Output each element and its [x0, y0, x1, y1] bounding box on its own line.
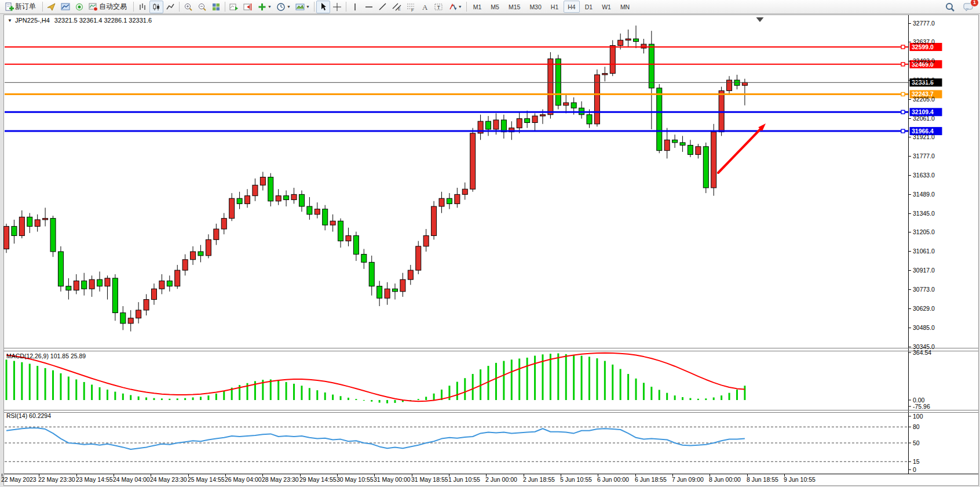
candle-body — [361, 255, 367, 263]
auto-scroll-button[interactable] — [227, 1, 241, 13]
timeframe-H1[interactable]: H1 — [547, 1, 562, 13]
candle-body — [229, 198, 235, 218]
candle-body — [587, 115, 592, 124]
chart-canvas[interactable]: 32599.032469.032243.732109.431966.432331… — [0, 0, 980, 487]
separator — [225, 2, 225, 12]
text-label-button[interactable]: T — [432, 1, 445, 13]
macd-histogram-bar — [721, 395, 722, 400]
macd-histogram-bar — [650, 387, 652, 400]
rsi-axis-label: 15 — [913, 458, 920, 465]
new-order-button[interactable]: 新订单 — [2, 1, 41, 13]
macd-histogram-bar — [588, 357, 590, 400]
price-tick-label: 32777.0 — [913, 20, 935, 27]
indicators-dropdown[interactable]: ▼ — [255, 1, 274, 13]
time-tick-label: 26 May 04:00 — [225, 476, 262, 483]
time-tick-label: 6 Jun 00:00 — [597, 476, 629, 483]
candle-body — [501, 120, 506, 132]
line-anchor[interactable] — [901, 110, 905, 114]
candlestick-chart-button[interactable] — [149, 1, 163, 13]
zoom-in-button[interactable] — [181, 1, 195, 13]
timeframe-H4[interactable]: H4 — [564, 1, 579, 13]
candle-body — [284, 196, 289, 200]
macd-histogram-bar — [223, 391, 225, 400]
macd-histogram-bar — [729, 393, 730, 400]
autotrading-label: 自动交易 — [99, 2, 127, 12]
window-menu-icon[interactable]: ▼ — [8, 18, 12, 23]
macd-histogram-bar — [518, 358, 520, 400]
crosshair-button[interactable] — [330, 1, 344, 13]
macd-histogram-bar — [386, 400, 388, 404]
macd-histogram-bar — [495, 363, 497, 400]
time-tick-label: 6 Jun 18:55 — [635, 476, 667, 483]
candle-body — [144, 300, 149, 310]
bar-chart-button[interactable] — [136, 1, 149, 13]
line-anchor[interactable] — [901, 45, 905, 49]
signals-button[interactable] — [72, 1, 86, 13]
candle-body — [540, 115, 545, 116]
candle-body — [151, 289, 156, 299]
timeframe-M5[interactable]: M5 — [487, 1, 503, 13]
toolbar-right-tools: 1 — [943, 1, 975, 13]
candle-body — [159, 281, 164, 289]
separator — [346, 2, 346, 12]
timeframe-M30[interactable]: M30 — [525, 1, 545, 13]
equidistant-channel-button[interactable]: E — [390, 1, 404, 13]
templates-dropdown[interactable]: ▼ — [293, 1, 312, 13]
candle-body — [385, 289, 390, 298]
profile-chart-button[interactable] — [58, 1, 72, 13]
candle-body — [291, 194, 297, 199]
macd-histogram-bar — [534, 356, 536, 400]
send-button[interactable] — [45, 1, 58, 13]
timeframe-MN[interactable]: MN — [616, 1, 634, 13]
macd-histogram-bar — [689, 398, 691, 400]
line-anchor[interactable] — [901, 129, 905, 133]
candle-body — [50, 219, 56, 252]
chart-shift-button[interactable] — [241, 1, 255, 13]
price-tick-label: 32061.0 — [913, 115, 935, 122]
time-tick-label: 5 Jun 10:55 — [560, 476, 592, 483]
svg-text:E: E — [398, 7, 401, 11]
candle-body — [657, 88, 662, 151]
macd-histogram-bar — [52, 370, 54, 400]
macd-histogram-bar — [736, 390, 738, 400]
horizontal-line-button[interactable] — [362, 1, 376, 13]
symbol-period-label: JPN225-,H4 — [15, 17, 50, 24]
macd-histogram-bar — [277, 380, 279, 400]
search-button[interactable] — [943, 1, 957, 13]
arrows-dropdown[interactable]: ▼ — [445, 1, 465, 13]
candle-body — [299, 194, 304, 206]
zoom-out-button[interactable] — [195, 1, 209, 13]
periods-dropdown[interactable]: ▼ — [274, 1, 293, 13]
text-button[interactable]: A — [418, 1, 432, 13]
time-tick-label: 7 Jun 09:00 — [672, 476, 704, 483]
text-label-icon: T — [434, 2, 443, 12]
trendline-button[interactable] — [376, 1, 390, 13]
tile-windows-button[interactable] — [209, 1, 223, 13]
new-order-icon — [5, 2, 14, 12]
toolbar: 新订单 自动交易 ▼ ▼ ▼ E F A T ▼ — [0, 0, 980, 14]
candle-body — [610, 45, 615, 73]
vertical-line-button[interactable] — [348, 1, 362, 13]
candle-body — [198, 252, 203, 256]
macd-histogram-bar — [674, 395, 676, 400]
line-anchor[interactable] — [901, 63, 905, 66]
timeframe-M15[interactable]: M15 — [504, 1, 524, 13]
candle-body — [680, 143, 685, 146]
timeframe-M1[interactable]: M1 — [469, 1, 486, 13]
autotrading-icon — [89, 2, 98, 12]
macd-histogram-bar — [433, 394, 435, 400]
line-anchor[interactable] — [901, 92, 905, 96]
chat-button[interactable]: 1 — [961, 1, 975, 13]
macd-histogram-bar — [425, 397, 427, 400]
cursor-button[interactable] — [316, 1, 330, 13]
macd-histogram-bar — [21, 362, 23, 400]
macd-histogram-bar — [418, 399, 419, 400]
line-chart-button[interactable] — [163, 1, 177, 13]
autotrading-button[interactable]: 自动交易 — [86, 1, 131, 13]
timeframe-D1[interactable]: D1 — [581, 1, 597, 13]
macd-histogram-bar — [184, 398, 186, 400]
fibonacci-button[interactable]: F — [404, 1, 418, 13]
macd-histogram-bar — [60, 373, 61, 400]
candlestick-chart-icon — [152, 2, 161, 12]
timeframe-W1[interactable]: W1 — [598, 1, 615, 13]
